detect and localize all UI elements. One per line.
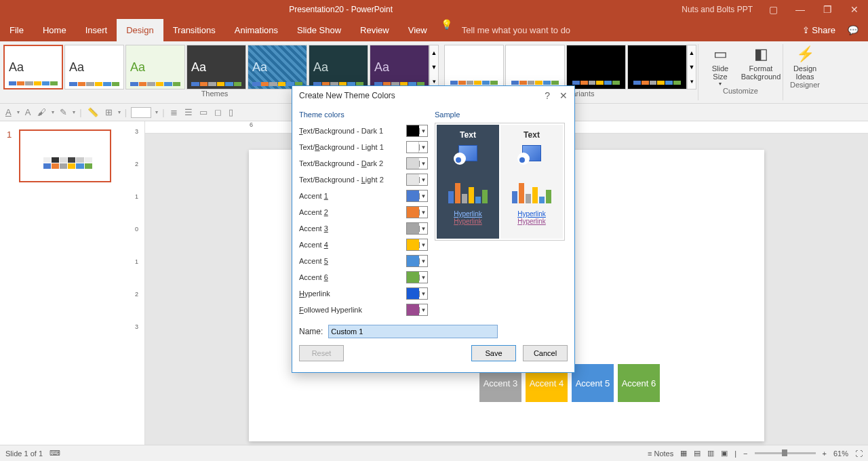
theme-color-row: Accent 3▼ (299, 220, 428, 237)
ribbon-display-options-icon[interactable]: ▢ (760, 4, 787, 15)
chevron-down-icon: ▾ (719, 81, 722, 87)
share-button[interactable]: ⇪ Share (802, 25, 835, 35)
chevron-down-icon: ▼ (419, 209, 427, 216)
minimize-icon[interactable]: — (787, 4, 814, 15)
align-button[interactable]: ▭ (198, 107, 209, 117)
eyedropper-button[interactable]: ✎ (58, 107, 68, 117)
arrange-button[interactable]: ▯ (227, 107, 235, 117)
zoom-in-button[interactable]: + (823, 449, 827, 458)
shapes-button[interactable]: ◻ (213, 107, 223, 117)
normal-view-icon[interactable]: ▦ (680, 449, 687, 458)
spellcheck-icon[interactable]: ⌨ (50, 449, 60, 458)
slide-size-button[interactable]: ▭Slide Size▾ (700, 41, 741, 87)
restore-icon[interactable]: ❐ (814, 4, 841, 15)
color-picker[interactable]: ▼ (406, 174, 428, 186)
paint-button[interactable]: 🖌 (36, 107, 47, 117)
sample-followed-hyperlink: Hyperlink (517, 218, 546, 225)
tab-file[interactable]: File (0, 19, 33, 41)
tellme-input[interactable]: Tell me what you want to do (452, 19, 580, 41)
help-icon[interactable]: ? (545, 90, 550, 101)
theme-thumbnail[interactable]: Aa (370, 45, 429, 89)
theme-thumbnail[interactable]: Aa (248, 45, 307, 89)
tab-slideshow[interactable]: Slide Show (288, 19, 351, 41)
notes-label: Notes (654, 449, 673, 458)
bullets-button[interactable]: ≣ (169, 107, 179, 117)
themes-gallery: AaAaAaAaAaAaAa (0, 41, 429, 89)
chevron-down-icon: ▼ (419, 128, 427, 134)
color-picker[interactable]: ▼ (406, 287, 428, 300)
tab-transitions[interactable]: Transitions (163, 19, 225, 41)
format-background-button[interactable]: ◧Format Background (741, 41, 781, 87)
app-title: Presentation20 - PowerPoint (0, 5, 682, 14)
color-picker[interactable]: ▼ (406, 222, 428, 235)
vertical-ruler: 3210123 (129, 121, 145, 445)
reading-view-icon[interactable]: ▥ (707, 449, 714, 458)
name-input[interactable] (328, 325, 498, 338)
notes-button[interactable]: ≡ Notes (648, 449, 673, 458)
chevron-down-icon: ▼ (419, 161, 427, 167)
tab-home[interactable]: Home (33, 19, 76, 41)
sample-shape-icon (458, 145, 477, 161)
tab-view[interactable]: View (399, 19, 437, 41)
theme-thumbnail[interactable]: Aa (64, 45, 124, 89)
color-picker[interactable]: ▼ (406, 304, 428, 316)
color-picker[interactable]: ▼ (406, 157, 428, 169)
theme-color-row: Accent 4▼ (299, 237, 428, 253)
format-background-icon: ◧ (754, 45, 768, 64)
text-highlight-button[interactable]: A (24, 107, 33, 117)
theme-thumbnail[interactable]: Aa (3, 45, 63, 89)
close-icon[interactable]: ✕ (841, 4, 868, 15)
zoom-out-button[interactable]: − (743, 449, 747, 458)
close-icon[interactable]: ✕ (559, 90, 568, 101)
theme-thumbnail[interactable]: Aa (309, 45, 368, 89)
reset-button[interactable]: Reset (299, 345, 344, 361)
tab-animations[interactable]: Animations (225, 19, 288, 41)
color-label: Text/Background - Dark 1 (299, 127, 406, 135)
ruler-button[interactable]: 📏 (86, 107, 100, 117)
divider (698, 44, 698, 100)
zoom-slider[interactable] (755, 452, 816, 454)
comments-icon[interactable]: 💬 (848, 25, 859, 35)
design-ideas-button[interactable]: ⚡Design Ideas (785, 41, 825, 81)
variants-more-button[interactable]: ▲▼▾ (687, 45, 696, 89)
slideshow-view-icon[interactable]: ▣ (721, 449, 728, 458)
variant-thumbnail[interactable] (566, 45, 626, 89)
sample-preview: Text Hyperlink Hyperlink Text Hyperlink … (435, 123, 565, 241)
color-picker[interactable]: ▼ (406, 255, 428, 267)
slide-thumbnail-panel: 1 (0, 121, 129, 445)
variant-thumbnail[interactable] (627, 45, 687, 89)
color-picker[interactable]: ▼ (406, 239, 428, 251)
sample-text-label: Text (460, 130, 476, 140)
color-picker[interactable]: ▼ (406, 190, 428, 202)
design-ideas-label: Design Ideas (793, 64, 816, 81)
tab-review[interactable]: Review (351, 19, 399, 41)
zoom-level[interactable]: 61% (833, 449, 848, 458)
fit-window-icon[interactable]: ⛶ (855, 449, 863, 458)
cancel-button[interactable]: Cancel (523, 345, 568, 361)
slide-thumbnail[interactable] (19, 129, 111, 182)
tab-design[interactable]: Design (117, 19, 163, 41)
color-picker[interactable]: ▼ (406, 125, 428, 137)
variant-thumbnail[interactable] (505, 45, 565, 89)
grid-button[interactable]: ⊞ (104, 107, 114, 117)
numbering-button[interactable]: ☰ (183, 107, 194, 117)
sample-light: Text Hyperlink Hyperlink (500, 125, 563, 239)
themes-more-button[interactable]: ▲▼▾ (429, 45, 439, 89)
fill-swatch[interactable] (131, 107, 151, 118)
color-label: Text/Background - Light 1 (299, 143, 406, 151)
theme-color-row: Text/Background - Dark 2▼ (299, 155, 428, 172)
sorter-view-icon[interactable]: ▤ (694, 449, 701, 458)
theme-thumbnail[interactable]: Aa (186, 45, 246, 89)
account-name[interactable]: Nuts and Bolts PPT (682, 5, 753, 14)
font-color-button[interactable]: A (4, 107, 13, 117)
color-picker[interactable]: ▼ (406, 271, 428, 283)
customize-group-label: Customize (700, 87, 781, 95)
tab-insert[interactable]: Insert (76, 19, 117, 41)
color-picker[interactable]: ▼ (406, 141, 428, 153)
save-button[interactable]: Save (471, 345, 516, 361)
lightbulb-icon: 💡 (441, 19, 452, 41)
color-picker[interactable]: ▼ (406, 206, 428, 218)
variant-thumbnail[interactable] (444, 45, 504, 89)
color-label: Text/Background - Light 2 (299, 176, 406, 184)
theme-thumbnail[interactable]: Aa (125, 45, 185, 89)
